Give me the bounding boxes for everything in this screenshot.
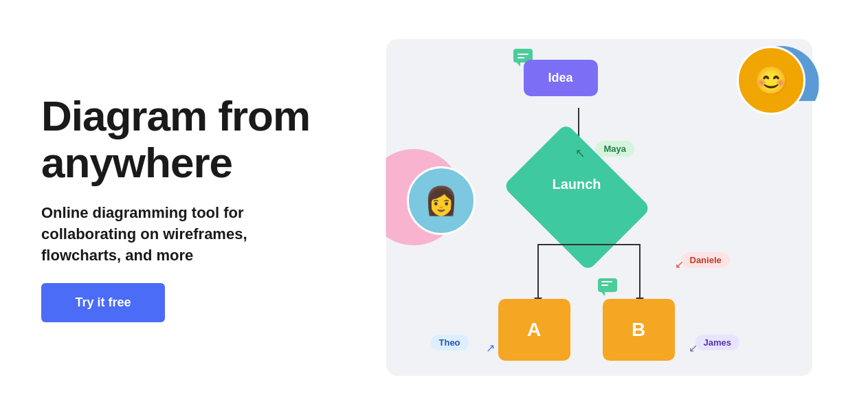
try-it-free-button[interactable]: Try it free [41,283,165,322]
idea-box: Idea [524,60,598,96]
chat-line [601,281,612,282]
horizontal-line [537,244,641,245]
line-to-box-b [639,244,641,299]
label-james: James [695,335,739,350]
box-b: B [603,299,675,361]
label-maya: Maya [596,141,635,157]
left-panel: Diagram from anywhere Online diagramming… [41,93,371,322]
chat-line [518,54,528,55]
avatar-left-middle: 👩 [407,166,476,235]
page-container: Diagram from anywhere Online diagramming… [0,0,868,415]
chat-line [518,57,524,58]
hero-title: Diagram from anywhere [41,93,371,186]
line-to-box-a [537,244,539,299]
label-daniele: Daniele [682,252,730,268]
chat-lines-b [598,278,617,289]
hero-subtitle: Online diagramming tool for collaboratin… [41,203,316,266]
idea-label: Idea [548,71,573,85]
box-a-label: A [527,319,541,341]
cursor-maya: ↗ [575,146,586,161]
right-panel: 😊 👩 Idea Launch [371,29,827,386]
chat-line [601,284,608,286]
chat-bubble-b [598,278,617,292]
cursor-theo: ↗ [486,341,495,355]
box-b-label: B [632,319,645,341]
box-a: A [498,299,570,361]
diagram-background: 😊 👩 Idea Launch [386,39,812,376]
title-line1: Diagram from [41,92,310,139]
avatar-top-right: 😊 [737,46,805,115]
title-line2: anywhere [41,139,232,186]
label-theo: Theo [431,335,469,350]
